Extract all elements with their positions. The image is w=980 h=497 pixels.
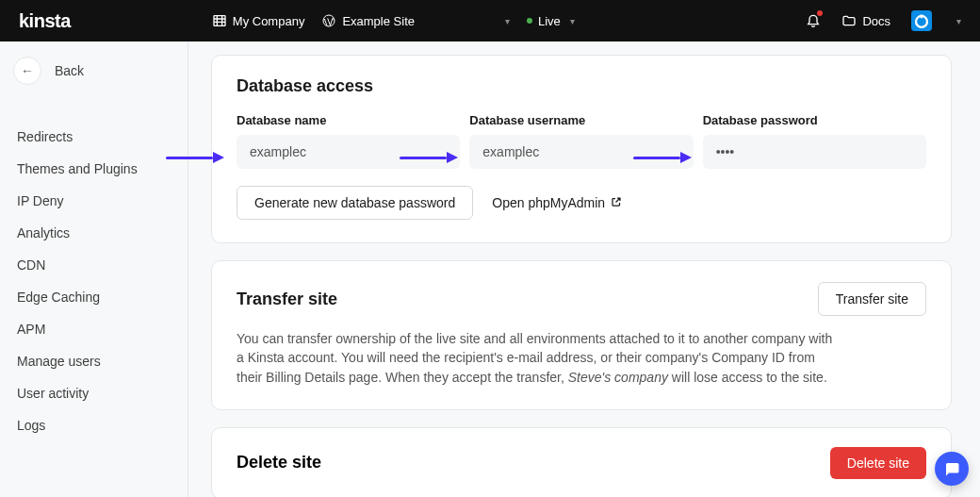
sidebar-item-redirects[interactable]: Redirects <box>13 121 174 153</box>
docs-link[interactable]: Docs <box>841 13 890 28</box>
db-pass-label: Database password <box>703 113 926 127</box>
sidebar-item-edge-caching[interactable]: Edge Caching <box>13 281 174 313</box>
sidebar: ← Back Redirects Themes and Plugins IP D… <box>0 41 188 497</box>
delete-site-card: Delete site Delete site <box>211 427 952 497</box>
chat-widget[interactable] <box>935 452 969 486</box>
open-phpmyadmin-link[interactable]: Open phpMyAdmin <box>492 195 622 210</box>
brand-logo: KINSTA <box>19 10 71 32</box>
db-name-label: Database name <box>237 113 460 127</box>
env-label: Live <box>538 14 561 28</box>
avatar-icon <box>911 10 932 31</box>
external-link-icon <box>611 196 622 210</box>
back-button[interactable]: ← <box>13 57 41 85</box>
generate-db-password-button[interactable]: Generate new database password <box>237 186 473 220</box>
chat-icon <box>943 460 960 477</box>
company-icon <box>212 13 227 28</box>
sidebar-item-user-activity[interactable]: User activity <box>13 377 174 409</box>
notification-dot <box>817 10 823 16</box>
site-selector[interactable]: Example Site ▾ <box>321 13 510 28</box>
chevron-down-icon[interactable]: ▾ <box>956 16 961 26</box>
arrow-left-icon: ← <box>21 63 34 78</box>
svg-rect-0 <box>214 16 225 26</box>
docs-label: Docs <box>862 14 890 28</box>
database-access-title: Database access <box>237 76 926 96</box>
sidebar-item-cdn[interactable]: CDN <box>13 249 174 281</box>
company-selector[interactable]: My Company <box>212 13 305 28</box>
sidebar-item-themes-plugins[interactable]: Themes and Plugins <box>13 153 174 185</box>
environment-selector[interactable]: Live ▾ <box>527 14 575 28</box>
delete-site-title: Delete site <box>237 453 321 472</box>
live-status-dot <box>527 18 532 24</box>
sidebar-item-logs[interactable]: Logs <box>13 409 174 441</box>
folder-icon <box>841 13 857 28</box>
topbar: KINSTA My Company Example Site ▾ Live ▾ … <box>0 0 980 41</box>
chevron-down-icon: ▾ <box>570 16 575 26</box>
annotation-arrow <box>400 153 458 162</box>
sidebar-item-apm[interactable]: APM <box>13 313 174 345</box>
svg-rect-4 <box>921 15 923 19</box>
sidebar-item-manage-users[interactable]: Manage users <box>13 345 174 377</box>
wordpress-icon <box>321 13 336 28</box>
delete-site-button[interactable]: Delete site <box>830 447 926 479</box>
transfer-site-title: Transfer site <box>237 290 337 309</box>
chevron-down-icon: ▾ <box>505 16 510 26</box>
sidebar-item-ip-deny[interactable]: IP Deny <box>13 185 174 217</box>
site-label: Example Site <box>342 14 415 28</box>
main-content: Database access Database name examplec D… <box>188 41 980 497</box>
db-pass-value[interactable]: •••• <box>703 135 926 169</box>
transfer-site-description: You can transfer ownership of the live s… <box>237 329 840 387</box>
database-access-card: Database access Database name examplec D… <box>211 55 952 243</box>
back-label: Back <box>55 63 84 78</box>
notifications-button[interactable] <box>806 12 821 30</box>
annotation-arrow <box>166 153 224 162</box>
db-user-value[interactable]: examplec <box>469 135 693 169</box>
phpmyadmin-label: Open phpMyAdmin <box>492 195 605 210</box>
db-user-label: Database username <box>469 113 693 127</box>
transfer-site-card: Transfer site Transfer site You can tran… <box>211 260 952 410</box>
user-avatar[interactable] <box>911 10 932 31</box>
db-name-value[interactable]: examplec <box>237 135 460 169</box>
annotation-arrow <box>633 153 692 162</box>
company-label: My Company <box>233 14 305 28</box>
sidebar-item-analytics[interactable]: Analytics <box>13 217 174 249</box>
transfer-site-button[interactable]: Transfer site <box>818 282 926 316</box>
